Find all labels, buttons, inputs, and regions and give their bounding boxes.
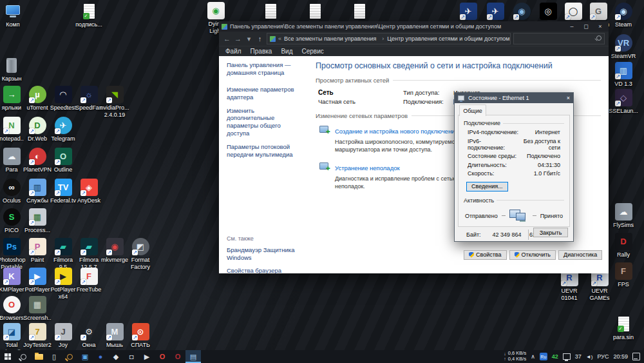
desktop-icon-image bbox=[5, 3, 22, 20]
desktop-icon[interactable]: ◩ Format Factory bbox=[122, 238, 158, 271]
sidebar-link[interactable]: Параметры потоковой передачи мультимедиа bbox=[227, 143, 301, 159]
shortcut-arrow-icon bbox=[460, 14, 466, 20]
taskbar: ▯ ▣ ● ◆ ◘ ▶ O O ▤ bbox=[0, 350, 644, 363]
close-button[interactable]: × bbox=[594, 23, 606, 30]
network-icon[interactable] bbox=[563, 353, 571, 360]
active-networks-section-header: Просмотр активных сетей bbox=[316, 77, 601, 84]
desktop-icon-image: ▦ bbox=[29, 296, 46, 313]
desktop-icon[interactable]: ◥ nvidiaPro... 2.4.0.19 bbox=[97, 86, 133, 119]
dialog-button[interactable]: Свойства bbox=[464, 250, 507, 260]
desktop-icon-image: → bbox=[3, 86, 21, 103]
taskbar-search[interactable] bbox=[15, 350, 31, 363]
breadcrumb-item[interactable]: Центр управления сетями и общим доступом bbox=[379, 35, 509, 42]
cpu-temp[interactable]: 37 bbox=[575, 353, 582, 360]
history-dropdown-icon[interactable]: ▾ bbox=[245, 35, 253, 43]
dialog-titlebar[interactable]: Состояние - Ethernet 1 × bbox=[455, 93, 573, 103]
desktop-icon[interactable]: Карзын bbox=[0, 57, 30, 83]
desktop-icon[interactable]: ▦ Screensh.. bbox=[19, 296, 55, 322]
tray-app-badge[interactable]: Ru bbox=[540, 353, 547, 360]
status-value: Интернет bbox=[535, 129, 560, 135]
taskbar-gamepad[interactable]: ◘ bbox=[124, 350, 139, 363]
desktop-icon[interactable]: para.sin bbox=[605, 315, 641, 341]
desktop-icon[interactable]: O Outline bbox=[45, 148, 81, 173]
dialog-title: Состояние - Ethernet 1 bbox=[468, 95, 564, 101]
dialog-close-icon[interactable]: × bbox=[567, 95, 570, 101]
search-input[interactable] bbox=[513, 33, 605, 44]
menu-item[interactable]: Правка bbox=[251, 48, 272, 55]
breadcrumb-collapse-icon[interactable]: « bbox=[278, 35, 281, 42]
status-value: Без доступа к сети bbox=[514, 138, 560, 151]
tab-general[interactable]: Общие bbox=[459, 104, 486, 116]
desktop-icon[interactable]: ✈ Telegram bbox=[45, 117, 81, 142]
desktop-icon[interactable]: VR SteamVR bbox=[605, 34, 641, 60]
desktop-icon[interactable]: ◈ AnyDesk bbox=[71, 179, 107, 204]
connection-group-header: Подключение bbox=[464, 120, 564, 126]
taskbar-app-icon: ◆ bbox=[113, 353, 118, 360]
taskbar-dart[interactable]: ▶ bbox=[139, 350, 155, 363]
tray-expand-chevron[interactable]: ∧ bbox=[531, 353, 535, 360]
language-indicator[interactable]: РУС bbox=[597, 353, 609, 360]
desktop-icon[interactable]: ▥ VD 1.3 bbox=[605, 62, 641, 88]
gpu-temp[interactable]: 42 bbox=[552, 353, 558, 360]
taskbar-explorer[interactable] bbox=[31, 350, 46, 363]
sidebar-link[interactable]: Панель управления — домашняя страница bbox=[227, 61, 301, 77]
shortcut-arrow-icon bbox=[132, 335, 138, 340]
menu-item[interactable]: Файл bbox=[225, 48, 242, 55]
access-type-label: Тип доступа: bbox=[403, 89, 453, 96]
minimize-button[interactable]: – bbox=[566, 23, 578, 30]
sidebar: Панель управления — домашняя страницаИзм… bbox=[219, 56, 309, 273]
taskbar-app-icon bbox=[5, 353, 11, 360]
clock[interactable]: 20:59 bbox=[613, 353, 628, 360]
dialog-button[interactable]: Отключить bbox=[509, 250, 556, 260]
desktop-icon-label: FreeTube bbox=[71, 286, 107, 293]
status-row: Скорость: 1.0 Гбит/с bbox=[468, 170, 560, 177]
taskbar-app-icon: ▶ bbox=[144, 353, 149, 360]
taskbar-magnifier[interactable] bbox=[62, 350, 77, 363]
desktop-icon[interactable]: F FreeTube bbox=[71, 268, 107, 293]
menu-item[interactable]: Сервис bbox=[301, 48, 323, 55]
forward-icon[interactable]: → bbox=[234, 35, 242, 43]
taskbar-globe[interactable]: ● bbox=[93, 350, 108, 363]
sidebar-link[interactable]: Изменение параметров адаптера bbox=[227, 86, 301, 101]
network-speed-indicator[interactable]: ↓↑ 0,6 KB/s0,4 KB/s bbox=[504, 351, 526, 362]
desktop-icon-label: UEVR GAMEs bbox=[582, 288, 618, 302]
taskbar-opera[interactable]: O bbox=[155, 350, 170, 363]
start-button[interactable] bbox=[0, 350, 15, 363]
taskbar-phone[interactable]: ▯ bbox=[46, 350, 62, 363]
taskbar-photos[interactable]: ▣ bbox=[77, 350, 93, 363]
breadcrumb[interactable]: « Все элементы панели управленияЦентр уп… bbox=[267, 33, 511, 44]
desktop-icon[interactable]: ◇ SSELaun... bbox=[605, 89, 641, 115]
menu-item[interactable]: Вид bbox=[281, 48, 292, 55]
status-row: IPv4-подключение: Интернет bbox=[468, 129, 560, 135]
desktop-icon[interactable]: ⊙ СПАТЬ bbox=[122, 323, 158, 349]
taskbar-opera-gx[interactable]: O bbox=[170, 350, 185, 363]
desktop-icon[interactable]: ◉ Steam bbox=[605, 3, 641, 28]
uac-shield-icon bbox=[469, 252, 474, 258]
desktop-icon[interactable]: D Rally bbox=[605, 233, 641, 259]
sidebar-link[interactable]: Изменить дополнительные параметры общего… bbox=[227, 107, 301, 138]
task-link[interactable]: Устранение неполадок bbox=[335, 164, 400, 172]
see-also-link[interactable]: Брандмауэр Защитника Windows bbox=[227, 246, 301, 262]
action-center-icon[interactable] bbox=[632, 353, 640, 360]
taskbar-paper[interactable]: ◆ bbox=[108, 350, 124, 363]
see-also-link[interactable]: Свойства браузера bbox=[227, 267, 301, 273]
desktop-icon[interactable]: ▦ Process... bbox=[19, 208, 55, 234]
desktop-icon[interactable]: R UEVR GAMEs bbox=[582, 269, 618, 302]
shortcut-arrow-icon bbox=[3, 335, 9, 340]
close-dialog-button[interactable]: Закрыть bbox=[533, 228, 568, 237]
desktop-icon[interactable]: ☁ FlySims bbox=[605, 203, 641, 229]
breadcrumb-item[interactable]: Все элементы панели управления bbox=[284, 35, 376, 42]
back-icon[interactable]: ← bbox=[223, 35, 231, 43]
details-button[interactable]: Сведения... bbox=[466, 182, 508, 191]
shortcut-arrow-icon bbox=[106, 97, 112, 103]
taskbar-control-panel[interactable]: ▤ bbox=[185, 350, 201, 363]
shortcut-arrow-icon bbox=[106, 335, 112, 340]
up-icon[interactable]: ↑ bbox=[256, 35, 264, 43]
maximize-button[interactable]: ◻ bbox=[580, 23, 592, 30]
dialog-button[interactable]: Диагностика bbox=[558, 250, 602, 260]
desktop-icon[interactable]: Комп bbox=[0, 3, 31, 28]
volume-icon[interactable]: ◄) bbox=[586, 354, 593, 360]
status-label: IPv4-подключение: bbox=[468, 129, 518, 135]
desktop-icon[interactable]: подпись... bbox=[71, 3, 107, 28]
window-titlebar[interactable]: Панель управления\Все элементы панели уп… bbox=[219, 21, 609, 32]
